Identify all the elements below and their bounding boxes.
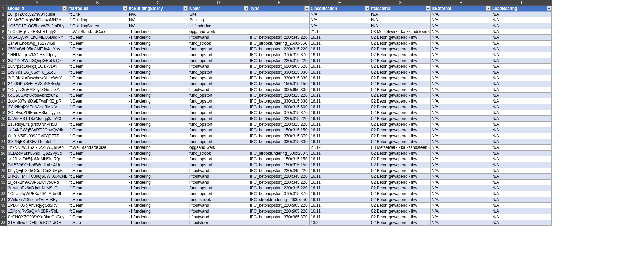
cell[interactable]: N/A [491,214,552,220]
filter-dropdown-icon[interactable] [547,6,551,11]
cell[interactable]: N/A [431,156,491,162]
cell[interactable]: IfcBeam [67,46,128,52]
cell[interactable]: N/A [491,23,552,29]
cell[interactable]: N/A [491,151,552,156]
row-number[interactable]: 3 [0,17,7,23]
cell[interactable]: 3yL4PuBWf5GQngGRpOzQj0 [7,58,67,64]
cell[interactable]: -1 fundering [128,93,188,98]
cell[interactable]: 3Vnlo777D6sear4VnH98Ey [7,197,67,203]
cell[interactable]: liftputwand [188,203,249,208]
cell[interactable] [249,220,310,226]
cell[interactable]: 13.22 [310,220,370,226]
cell[interactable]: -1 fundering [128,116,188,122]
cell[interactable]: IFC_betonopstort_150x315 150 x 31 [249,156,310,162]
cell[interactable]: -1 fundering [128,191,188,197]
cell[interactable]: 02 Beton gewapend - ihw [370,133,431,139]
cell[interactable]: IfcBeam [67,203,128,208]
cell[interactable]: liftputwand [188,174,249,180]
row-number[interactable]: 37 [0,214,7,220]
cell[interactable]: fund_opstort [188,127,249,133]
cell[interactable]: 20FpTZCqJy2vhVJYtjuIce [7,12,67,17]
cell[interactable]: N/A [431,98,491,104]
row-number[interactable]: 25 [0,145,7,151]
cell[interactable]: fund_opstort [188,81,249,87]
table-header[interactable]: IfcMaterial [370,6,431,12]
cell[interactable]: 02 Beton gewapend - ihw [370,75,431,81]
cell[interactable]: IfcBeam [67,127,128,133]
cell[interactable]: 02 Beton gewapend - ihw [370,69,431,75]
cell[interactable]: N/A [431,151,491,156]
cell[interactable]: N/A [431,162,491,168]
row-number[interactable]: 29 [0,168,7,174]
cell[interactable]: N/A [128,12,188,17]
cell[interactable]: IFC_betonopstort_150x315 150 x 31 [249,162,310,168]
filter-dropdown-icon[interactable] [304,6,309,11]
cell[interactable]: N/A [431,139,491,145]
cell[interactable]: 16.11 [310,197,370,203]
cell[interactable]: liftputwand [188,214,249,220]
cell[interactable]: 16.11 [310,127,370,133]
cell[interactable]: 02 Beton gewapend - ihw [370,81,431,87]
cell[interactable]: 02 Beton gewapend - ihw [370,203,431,208]
cell[interactable]: IfcSite [67,12,128,17]
cell[interactable]: N/A [491,116,552,122]
column-header[interactable]: I [491,0,552,6]
cell[interactable]: fund_strook [188,151,249,156]
cell[interactable]: -1 fundering [128,139,188,145]
cell[interactable]: N/A [431,41,491,46]
cell[interactable]: 2JP$Vh$OrBn8WddLabs41k [7,162,67,168]
row-number[interactable]: 1 [0,6,7,12]
cell[interactable]: -1 fundering [128,52,188,58]
cell[interactable]: IFC_betonopstort_220x345 220 x 34 [249,35,310,41]
cell[interactable]: fund_opstort [188,93,249,98]
cell[interactable]: 2QLBwuZDfEmuESkiT_yymc [7,110,67,116]
cell[interactable]: 16.11 [310,69,370,75]
cell[interactable]: 2Ye2fKnjXAEftAAecRMNfV [7,104,67,110]
cell[interactable]: IfcBeam [67,162,128,168]
cell[interactable]: 02 Beton gewapend - ihw [370,104,431,110]
cell[interactable]: IfcBuilding [67,17,128,23]
cell[interactable]: IfcBeam [67,133,128,139]
cell[interactable]: 3EDZcM$kn05hoHQ$Z2Vy3d [7,151,67,156]
cell[interactable]: -1 fundering [128,145,188,151]
cell[interactable]: 16.11 [310,98,370,104]
cell[interactable]: IFC_betonopstort_220x315 220 x 31 [249,93,310,98]
cell[interactable]: N/A [431,104,491,110]
cell[interactable]: -1 fundering [128,41,188,46]
cell[interactable]: fund_opstort [188,98,249,104]
row-number[interactable]: 15 [0,87,7,93]
filter-dropdown-icon[interactable] [365,6,369,11]
cell[interactable]: 21.12 [310,145,370,151]
cell[interactable]: 21JedoyDf1jg7ixONhPH5B [7,122,67,127]
cell[interactable]: N/A [491,139,552,145]
cell[interactable]: -1 fundering [128,35,188,41]
cell[interactable]: N/A [431,197,491,203]
cell[interactable]: fund_opstort [188,133,249,139]
cell[interactable]: N/A [491,162,552,168]
cell[interactable]: N/A [431,174,491,180]
cell[interactable]: 1nOs6Hg0v9fR$sLR1LjIyX [7,29,67,35]
cell[interactable]: 16.11 [310,180,370,185]
cell[interactable]: 02 Beton gewapend - ihw [370,151,431,156]
cell[interactable]: IfcBeam [67,41,128,46]
cell[interactable]: IfcBeam [67,104,128,110]
cell[interactable]: N/A [491,46,552,52]
cell[interactable]: 16.11 [310,191,370,197]
cell[interactable]: 16.11 [310,116,370,122]
cell[interactable]: N/A [431,87,491,93]
cell[interactable]: IfcBeam [67,191,128,197]
cell[interactable]: IfcBeam [67,214,128,220]
cell[interactable]: 1Q6PG1Po9C5hoyWBnJmRby [7,23,67,29]
cell[interactable]: N/A [491,52,552,58]
cell[interactable]: 1o34KGWg5AnRTiJOhwQVdk [7,127,67,133]
cell[interactable]: IfcWallStandardCase [67,29,128,35]
cell[interactable]: N/A [431,29,491,35]
cell[interactable]: -1 fundering [128,180,188,185]
cell[interactable]: -1 fundering [128,46,188,52]
cell[interactable]: IFC_strookfundering_2600x550 260 [249,197,310,203]
cell[interactable]: 0dG$USXzf0kfosAbNzx0hZ [7,93,67,98]
cell[interactable]: 16.11 [310,46,370,52]
cell[interactable]: -1 fundering [128,197,188,203]
row-number[interactable]: 38 [0,220,7,226]
cell[interactable]: IfcBeam [67,197,128,203]
